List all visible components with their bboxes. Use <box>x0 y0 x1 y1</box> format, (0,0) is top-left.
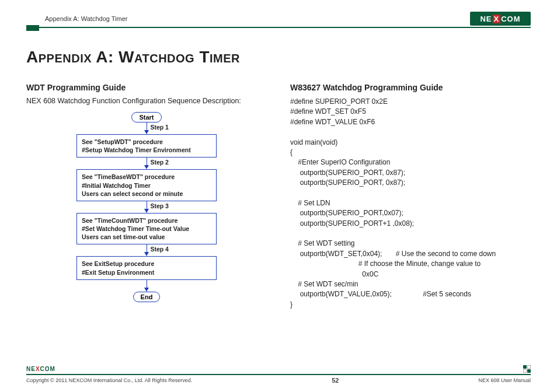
code-listing: #define SUPERIO_PORT 0x2E #define WDT_SE… <box>290 97 531 310</box>
logo-part-a: NE <box>480 15 492 23</box>
page-header: Appendix A: Watchdog Timer NEXCOM <box>26 12 531 28</box>
step4-label: Step 4 <box>147 246 169 253</box>
box3-line1: See "TimeCountWDT" procedure <box>82 216 211 225</box>
footer-logo-x: X <box>36 366 40 372</box>
step3-label: Step 3 <box>147 202 169 209</box>
step2-label: Step 2 <box>147 159 169 166</box>
box2-line1: See "TimeBaseWDT" procedure <box>82 173 211 181</box>
footer-logo: NEXCOM <box>26 365 66 373</box>
flow-box-2: See "TimeBaseWDT" procedure #Initial Wat… <box>76 169 217 201</box>
logo-part-b: COM <box>501 15 520 23</box>
box4-line1: See ExitSetup procedure <box>82 260 211 268</box>
flow-end: End <box>133 292 161 302</box>
footer-logo-b: COM <box>40 366 55 372</box>
footer-logo-a: NE <box>26 366 36 372</box>
flow-start: Start <box>131 112 161 123</box>
page-footer: NEXCOM Copyright © 2011 NEXCOM Internati… <box>26 365 531 384</box>
header-tab-mark <box>26 25 39 31</box>
right-column: W83627 Watchdog Programming Guide #defin… <box>290 83 531 310</box>
nexcom-logo: NEXCOM <box>470 12 531 26</box>
logo-part-x: X <box>493 15 501 23</box>
footer-copyright: Copyright © 2011 NEXCOM International Co… <box>26 377 192 383</box>
box4-line2: #Exit Setup Environment <box>82 268 211 276</box>
left-column: WDT Programming Guide NEX 608 Watchdog F… <box>26 83 267 310</box>
box1-line1: See "SetupWDT" procedure <box>82 138 211 146</box>
wdt-heading: WDT Programming Guide <box>26 83 267 92</box>
box3-line3: Users can set time-out value <box>82 233 211 241</box>
flow-box-3: See "TimeCountWDT" procedure #Set Watchd… <box>76 213 217 245</box>
page-title: Appendix A: Watchdog Timer <box>26 48 531 66</box>
flow-box-1: See "SetupWDT" procedure #Setup Watchdog… <box>76 134 217 158</box>
header-section-title: Appendix A: Watchdog Timer <box>45 15 127 22</box>
box2-line2: #Initial Watchdog Timer <box>82 181 211 190</box>
step1-label: Step 1 <box>147 124 169 131</box>
box2-line3: Users can select second or minute <box>82 190 211 198</box>
flow-box-4: See ExitSetup procedure #Exit Setup Envi… <box>76 256 217 279</box>
wdt-description: NEX 608 Watchdog Function Configuration … <box>26 97 267 105</box>
page-number: 52 <box>332 377 339 384</box>
flowchart: Start Step 1 See "SetupWDT" procedure #S… <box>26 112 267 302</box>
box1-line2: #Setup Watchdog Timer Environment <box>82 146 211 154</box>
footer-squares-icon <box>523 365 531 373</box>
box3-line2: #Set Watchdog Timer Time-out Value <box>82 225 211 233</box>
w83627-heading: W83627 Watchdog Programming Guide <box>290 83 531 92</box>
footer-docname: NEX 608 User Manual <box>478 377 531 383</box>
